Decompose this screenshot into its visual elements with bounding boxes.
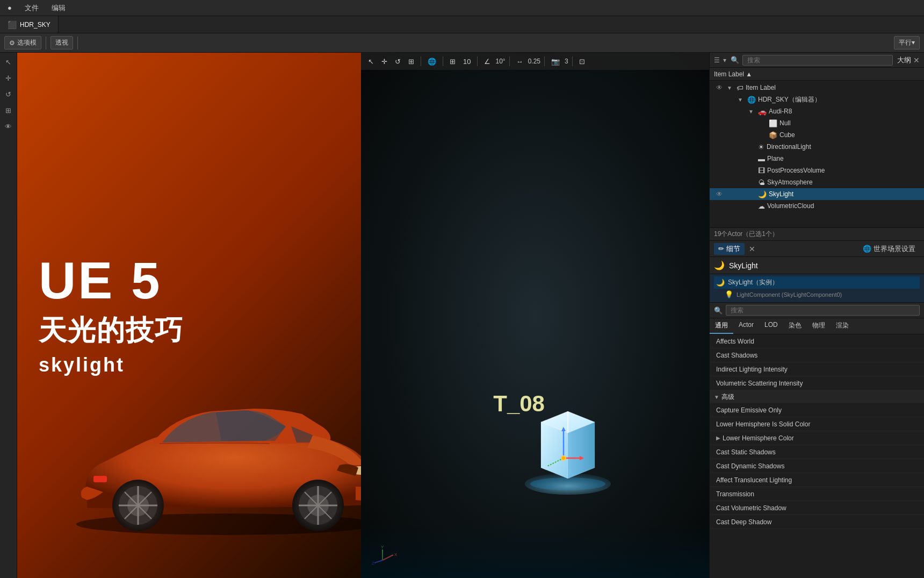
eye-icon-1[interactable]: 👁 — [714, 84, 725, 91]
component-icon-1: 🌙 — [716, 279, 725, 287]
expand-arrow-icon: ▶ — [716, 435, 720, 441]
svg-point-32 — [562, 456, 565, 460]
prop-affects-world[interactable]: Affects World — [710, 334, 924, 348]
tree-item-skylight[interactable]: 👁 🌙 SkyLight — [710, 188, 924, 200]
vp-select-btn[interactable]: ↖ — [365, 56, 377, 67]
outline-search-input[interactable] — [742, 55, 893, 66]
prop-capture-emissive[interactable]: Capture Emissive Only — [710, 403, 924, 417]
section-advanced[interactable]: ▼ 高级 — [710, 390, 924, 403]
app-container: ● 文件 编辑 ⬛ HDR_SKY ⚙ 选项模 透视 平行▾ ↖ ✛ ↺ ⊞ 👁 — [0, 0, 924, 578]
outline-filter-btn[interactable]: ☰ — [714, 56, 720, 64]
cat-tab-actor[interactable]: Actor — [733, 318, 759, 334]
menubar-edit[interactable]: 编辑 — [48, 2, 69, 14]
skylight-icon: 🌙 — [714, 260, 725, 270]
details-close-btn[interactable]: ✕ — [749, 245, 755, 253]
outline-tree[interactable]: 👁 ▼ 🏷 Item Label ▼ 🌐 HDR_SKY（编辑器） — [710, 81, 924, 227]
tab-details[interactable]: ✏ 细节 — [714, 243, 745, 255]
tree-item-volumetric-cloud[interactable]: ☁ VolumetricCloud — [710, 200, 924, 212]
vp-sep-1 — [421, 56, 421, 66]
props-list: Affects World Cast Shadows Indirect Ligh… — [710, 334, 924, 578]
component-skylight-instance[interactable]: 🌙 SkyLight（实例） — [714, 276, 920, 289]
outline-filter2-btn[interactable]: ▾ — [723, 56, 726, 64]
tree-item-item-label[interactable]: 👁 ▼ 🏷 Item Label — [710, 82, 924, 94]
vp-translate-btn[interactable]: ✛ — [379, 56, 390, 67]
section-arrow-icon: ▼ — [714, 394, 719, 400]
vp-cam-value: 3 — [565, 58, 568, 65]
skylight-name: SkyLight — [729, 261, 758, 270]
menubar-app-icon[interactable]: ● — [4, 3, 15, 13]
outline-panel: ☰ ▾ 🔍 大纲 ✕ Item Label ▲ — [710, 53, 924, 241]
content-area: ↖ ✛ ↺ ⊞ 👁 UE 5 天光的技巧 skylight — [0, 53, 924, 578]
prop-lower-hemi-color[interactable]: ▶ Lower Hemisphere Color — [710, 431, 924, 445]
sidebar-eye-btn[interactable]: 👁 — [2, 119, 16, 133]
prop-indirect-lighting[interactable]: Indirect Lighting Intensity — [710, 362, 924, 376]
toolbar-select-btn[interactable]: 透视 — [50, 36, 73, 49]
toolbar-parallel-btn[interactable]: 平行▾ — [894, 36, 920, 49]
vp-camera-btn[interactable]: 📷 — [548, 56, 562, 67]
tree-item-null[interactable]: ⬜ Null — [710, 117, 924, 129]
left-sidebar: ↖ ✛ ↺ ⊞ 👁 — [0, 53, 17, 578]
tree-item-post-process[interactable]: 🎞 PostProcessVolume — [710, 165, 924, 176]
tab-world-settings[interactable]: 🌐 世界场景设置 — [858, 243, 920, 255]
viewport-area: ↖ ✛ ↺ ⊞ 🌐 ⊞ 10 ∠ 10° ↔ 0.25 📷 — [361, 53, 709, 578]
vp-rotate-btn[interactable]: ↺ — [392, 56, 403, 67]
prop-transmission[interactable]: Transmission — [710, 487, 924, 501]
viewport-dark: ↖ ✛ ↺ ⊞ 🌐 ⊞ 10 ∠ 10° ↔ 0.25 📷 — [361, 53, 709, 578]
cat-tab-rendering[interactable]: 渲染 — [831, 318, 854, 334]
props-search-input[interactable] — [726, 305, 920, 316]
tab-label: HDR_SKY — [20, 21, 50, 28]
svg-point-19 — [530, 477, 605, 490]
toolbar-sep-1 — [46, 37, 46, 49]
ue5-title: UE 5 — [39, 255, 162, 306]
tree-item-cube[interactable]: 📦 Cube — [710, 129, 924, 141]
toolbar-options-icon: ⚙ — [9, 39, 15, 47]
tree-item-plane[interactable]: ▬ Plane — [710, 153, 924, 165]
svg-marker-29 — [580, 456, 584, 460]
menubar-file[interactable]: 文件 — [21, 2, 42, 14]
vp-maximize-btn[interactable]: ⊡ — [576, 56, 588, 67]
vp-grid-btn[interactable]: ⊞ — [447, 56, 458, 67]
left-panel: UE 5 天光的技巧 skylight — [17, 53, 361, 578]
toolbar-sep-2 — [77, 37, 78, 49]
details-header: ✏ 细节 ✕ 🌐 世界场景设置 — [710, 241, 924, 257]
ground-plane — [361, 524, 709, 578]
outline-close-btn[interactable]: ✕ — [913, 56, 920, 65]
vp-scale-btn[interactable]: ⊞ — [406, 56, 417, 67]
vp-sep-5 — [544, 56, 545, 66]
props-search-icon: 🔍 — [714, 306, 723, 315]
prop-cast-static-shadows[interactable]: Cast Static Shadows — [710, 445, 924, 459]
vp-snap-btn[interactable]: 10 — [460, 56, 473, 67]
prop-lower-hemi-solid[interactable]: Lower Hemisphere Is Solid Color — [710, 417, 924, 431]
vp-sep-6 — [572, 56, 573, 66]
sidebar-select-btn[interactable]: ↖ — [2, 55, 16, 69]
eye-icon-skylight[interactable]: 👁 — [714, 190, 725, 198]
cat-tab-lod[interactable]: LOD — [759, 318, 783, 334]
prop-affect-translucent[interactable]: Affect Translucent Lighting — [710, 473, 924, 487]
car-illustration — [55, 347, 361, 535]
prop-cast-shadows[interactable]: Cast Shadows — [710, 348, 924, 362]
prop-volumetric-scattering[interactable]: Volumetric Scattering Intensity — [710, 376, 924, 390]
tree-item-sky-atmosphere[interactable]: 🌤 SkyAtmosphere — [710, 176, 924, 188]
cat-tab-physics[interactable]: 物理 — [807, 318, 831, 334]
tab-hdr-sky[interactable]: ⬛ HDR_SKY — [0, 16, 59, 33]
sidebar-move-btn[interactable]: ✛ — [2, 71, 16, 85]
prop-cast-volumetric-shadow[interactable]: Cast Volumetric Shadow — [710, 501, 924, 515]
vp-angle-value: 10° — [495, 58, 505, 65]
svg-line-30 — [547, 458, 564, 466]
prop-cast-deep-shadow[interactable]: Cast Deep Shadow — [710, 515, 924, 529]
component-light-component[interactable]: 💡 LightComponent (SkyLightComponent0) — [714, 289, 920, 300]
sidebar-scale-btn[interactable]: ⊞ — [2, 103, 16, 117]
vp-angle-btn[interactable]: ∠ — [481, 56, 493, 67]
tree-item-audi-r8[interactable]: ▼ 🚗 Audi-R8 — [710, 105, 924, 117]
vp-world-btn[interactable]: 🌐 — [425, 56, 439, 67]
sidebar-rotate-btn[interactable]: ↺ — [2, 87, 16, 101]
toolbar-secondary: ⚙ 选项模 透视 平行▾ — [0, 33, 924, 53]
cat-tab-render[interactable]: 染色 — [783, 318, 807, 334]
toolbar-options-btn[interactable]: ⚙ 选项模 — [4, 36, 41, 49]
cat-tab-general[interactable]: 通用 — [710, 318, 733, 334]
tree-item-directional-light[interactable]: ☀ DirectionalLight — [710, 141, 924, 153]
vp-scale-input-btn[interactable]: ↔ — [514, 56, 526, 67]
tree-item-hdr-sky[interactable]: ▼ 🌐 HDR_SKY（编辑器） — [710, 94, 924, 105]
prop-cast-dynamic-shadows[interactable]: Cast Dynamic Shadows — [710, 459, 924, 473]
vp-sep-2 — [443, 56, 443, 66]
